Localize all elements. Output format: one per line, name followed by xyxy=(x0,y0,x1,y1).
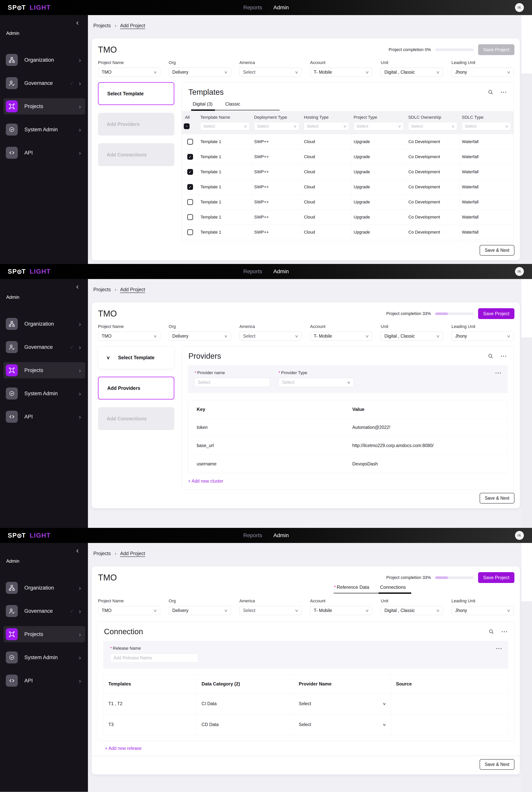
breadcrumb-add-project[interactable]: Add Project xyxy=(120,287,145,292)
org-chart-icon xyxy=(6,318,18,330)
breadcrumb-add-project[interactable]: Add Project xyxy=(120,551,145,556)
sidebar-item-governance[interactable]: Governance ✓ › xyxy=(3,75,85,91)
org-select[interactable]: Delivery ∨ xyxy=(169,332,231,341)
provider-name-input[interactable] xyxy=(195,378,270,387)
tab-digital[interactable]: Digital (3) xyxy=(192,101,213,110)
select-all-checkbox[interactable]: − xyxy=(184,123,190,129)
nav-admin[interactable]: Admin xyxy=(273,269,289,275)
project-type-filter-select[interactable]: Select∨ xyxy=(354,122,404,130)
save-project-button[interactable]: Save Project xyxy=(478,572,514,583)
sidebar-item-system-admin[interactable]: System Admin › xyxy=(3,385,85,402)
step-select-template[interactable]: Select Template xyxy=(98,82,174,105)
row-checkbox[interactable]: ✓ xyxy=(187,184,193,190)
provider-name-select[interactable]: Select∨ xyxy=(299,722,386,727)
step-select-template[interactable]: vSelect Template xyxy=(98,346,174,369)
america-select[interactable]: Select ∨ xyxy=(240,606,302,615)
release-name-input[interactable] xyxy=(110,653,198,662)
project-name-select[interactable]: TMO ∨ xyxy=(98,68,160,77)
account-select[interactable]: T- Mobile ∨ xyxy=(310,332,372,341)
sidebar-item-api[interactable]: API › xyxy=(3,673,85,689)
account-select[interactable]: T- Mobile ∨ xyxy=(310,606,372,615)
top-navigation: Reports Admin xyxy=(243,4,289,11)
user-avatar[interactable]: IK xyxy=(515,267,524,276)
america-select[interactable]: Select ∨ xyxy=(240,68,302,77)
sidebar-item-organization[interactable]: Organization › xyxy=(3,52,85,68)
sidebar-item-projects[interactable]: Projects › xyxy=(3,626,85,642)
breadcrumb-projects[interactable]: Projects xyxy=(93,551,111,556)
save-next-button[interactable]: Save & Next xyxy=(480,759,514,770)
save-next-button[interactable]: Save & Next xyxy=(480,245,514,256)
search-icon[interactable] xyxy=(488,89,493,95)
user-avatar[interactable]: IK xyxy=(515,3,524,12)
more-menu-icon[interactable]: ⋯ xyxy=(500,353,507,359)
sdlc-type-filter-select[interactable]: Select∨ xyxy=(462,122,511,130)
template-name-filter-select[interactable]: Select∨ xyxy=(201,122,249,130)
breadcrumb-projects[interactable]: Projects xyxy=(93,23,111,28)
america-select[interactable]: Select ∨ xyxy=(240,332,302,341)
add-project-card: TMO Project completion 0% Save Project P… xyxy=(92,38,520,260)
tab-classic[interactable]: Classic xyxy=(225,101,241,110)
sdlc-ownership-filter-select[interactable]: Select∨ xyxy=(408,122,457,130)
search-icon[interactable] xyxy=(488,629,494,634)
provider-more-icon[interactable]: ⋯ xyxy=(495,369,501,376)
unit-select[interactable]: Digital , Classic ∨ xyxy=(381,332,443,341)
sidebar-collapse-icon[interactable]: ‹ xyxy=(76,19,79,26)
provider-type-select[interactable]: Select∨ xyxy=(279,378,354,387)
more-menu-icon[interactable]: ⋯ xyxy=(501,628,508,635)
unit-select[interactable]: Digital , Classic ∨ xyxy=(381,68,443,77)
project-name-select[interactable]: TMO ∨ xyxy=(98,332,160,341)
sidebar-item-governance[interactable]: Governance ✓ › xyxy=(3,339,85,355)
org-select[interactable]: Delivery ∨ xyxy=(169,606,231,615)
sidebar-item-system-admin[interactable]: System Admin › xyxy=(3,649,85,665)
account-select[interactable]: T- Mobile ∨ xyxy=(310,68,372,77)
add-cluster-link[interactable]: + Add new cluster xyxy=(188,479,223,484)
unit-select[interactable]: Digital , Classic ∨ xyxy=(381,606,443,615)
chevron-down-icon: ∨ xyxy=(293,124,297,128)
row-checkbox[interactable] xyxy=(187,139,193,145)
sidebar-item-api[interactable]: API › xyxy=(3,145,85,161)
row-checkbox[interactable]: ✓ xyxy=(187,154,193,160)
nav-admin[interactable]: Admin xyxy=(273,532,289,538)
leading-unit-select[interactable]: Jhony ∨ xyxy=(451,68,514,77)
provider-name-select[interactable]: Select∨ xyxy=(299,701,386,706)
project-name-select[interactable]: TMO ∨ xyxy=(98,606,160,615)
tab-connections[interactable]: Connections xyxy=(380,585,406,593)
chevron-down-icon: ∨ xyxy=(244,124,247,128)
search-icon[interactable] xyxy=(488,353,493,359)
breadcrumb-add-project[interactable]: Add Project xyxy=(120,23,145,28)
save-next-button[interactable]: Save & Next xyxy=(480,493,514,503)
sidebar-item-system-admin[interactable]: System Admin › xyxy=(3,122,85,138)
sidebar-item-projects[interactable]: Projects › xyxy=(3,98,85,114)
breadcrumb-projects[interactable]: Projects xyxy=(93,287,111,292)
row-checkbox[interactable] xyxy=(187,199,193,205)
nav-admin[interactable]: Admin xyxy=(273,4,289,11)
sidebar-item-organization[interactable]: Organization › xyxy=(3,580,85,596)
nav-reports[interactable]: Reports xyxy=(243,269,262,275)
nav-reports[interactable]: Reports xyxy=(243,532,262,538)
chevron-right-icon: › xyxy=(79,631,81,638)
deployment-type-filter-select[interactable]: Select∨ xyxy=(254,122,299,130)
sidebar-collapse-icon[interactable]: ‹ xyxy=(76,283,79,290)
footer-divider xyxy=(92,756,520,756)
org-select[interactable]: Delivery ∨ xyxy=(169,68,231,77)
sidebar-item-organization[interactable]: Organization › xyxy=(3,316,85,332)
sidebar-collapse-icon[interactable]: ‹ xyxy=(76,547,79,554)
save-project-button[interactable]: Save Project xyxy=(478,44,514,55)
add-release-link[interactable]: + Add new release xyxy=(105,746,141,751)
row-checkbox[interactable] xyxy=(187,229,193,235)
tab-reference-data[interactable]: Reference Data xyxy=(334,585,369,593)
leading-unit-select[interactable]: Jhony ∨ xyxy=(451,332,514,341)
leading-unit-select[interactable]: Jhony ∨ xyxy=(451,606,514,615)
more-menu-icon[interactable]: ⋯ xyxy=(500,89,507,95)
sidebar-item-projects[interactable]: Projects › xyxy=(3,362,85,379)
hosting-type-filter-select[interactable]: Select∨ xyxy=(304,122,349,130)
step-add-providers[interactable]: Add Providers xyxy=(98,377,174,400)
row-checkbox[interactable] xyxy=(187,214,193,220)
release-more-icon[interactable]: ⋯ xyxy=(496,645,502,651)
sidebar-item-api[interactable]: API › xyxy=(3,409,85,425)
save-project-button[interactable]: Save Project xyxy=(478,308,514,319)
nav-reports[interactable]: Reports xyxy=(243,4,262,11)
sidebar-item-governance[interactable]: Governance ✓ › xyxy=(3,603,85,619)
user-avatar[interactable]: IK xyxy=(515,531,524,540)
row-checkbox[interactable]: ✓ xyxy=(187,169,193,175)
